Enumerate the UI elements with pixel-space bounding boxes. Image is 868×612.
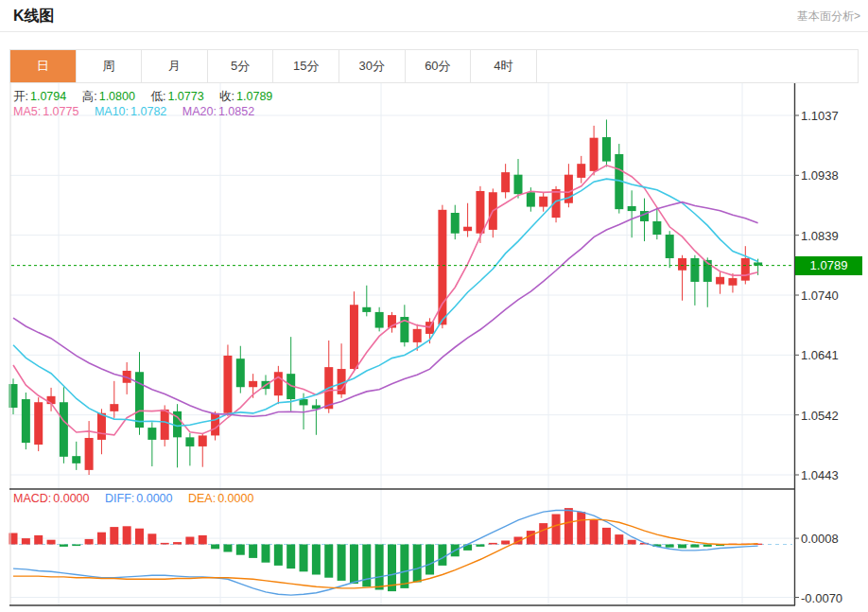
price-axis-label: 1.1037: [801, 109, 839, 123]
ma5-label: MA5:: [13, 105, 41, 118]
ohlc-header: 开:1.0794 高:1.0800 低:1.0773 收:1.0789: [13, 89, 285, 105]
open-label: 开:: [13, 90, 28, 103]
high-label: 高:: [82, 90, 97, 103]
ma10-label: MA10:: [95, 105, 129, 118]
kline-page: K线图 基本面分析> 日周月5分15分30分60分4时 开:1.0794 高:1…: [0, 0, 868, 612]
close-label: 收:: [219, 90, 234, 103]
price-axis-label: 1.0641: [801, 348, 839, 362]
ma-header: MA5:1.0775 MA10:1.0782 MA20:1.0852: [13, 105, 267, 118]
macd-axis-label: -0.0070: [801, 590, 842, 604]
ma20-label: MA20:: [182, 105, 217, 118]
price-axis-label: 1.0443: [801, 468, 839, 482]
low-value: 1.0773: [167, 90, 203, 103]
diff-value: 0.0000: [136, 492, 172, 505]
price-axis-label: 1.0839: [801, 228, 839, 242]
open-value: 1.0794: [30, 90, 66, 103]
ma5-value: 1.0775: [43, 105, 78, 118]
macd-value: 0.0000: [53, 492, 89, 505]
high-value: 1.0800: [99, 90, 135, 103]
ma10-value: 1.0782: [130, 105, 166, 118]
macd-label: MACD:: [13, 492, 51, 505]
current-price-badge: 1.0789: [795, 256, 862, 275]
macd-header: MACD:0.0000 DIFF:0.0000 DEA:0.0000: [13, 492, 266, 505]
price-axis-label: 1.0542: [801, 408, 839, 422]
price-axis-label: 1.0740: [801, 289, 839, 303]
dea-label: DEA:: [188, 492, 216, 505]
ma20-value: 1.0852: [218, 105, 254, 118]
close-value: 1.0789: [236, 90, 272, 103]
macd-axis-label: 0.0008: [801, 532, 839, 546]
low-label: 低:: [150, 90, 165, 103]
dea-value: 0.0000: [217, 492, 253, 505]
diff-label: DIFF:: [105, 492, 134, 505]
price-axis-label: 1.0938: [801, 168, 839, 183]
